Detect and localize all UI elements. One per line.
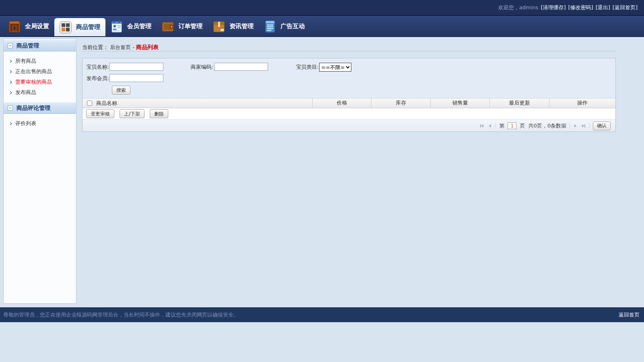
main-content: 当前位置： 后台首页 - 商品列表 宝贝名称: 商家编码: 宝贝类目: ==不限… <box>82 37 616 132</box>
sidebar-section-product-management[interactable]: 商品管理 <box>4 40 76 51</box>
sidebar-section-product-comments[interactable]: 商品评论管理 <box>4 102 76 114</box>
tab-label: 资讯管理 <box>229 23 254 30</box>
breadcrumb-divider <box>82 51 616 51</box>
breadcrumb-prefix: 当前位置： <box>82 44 108 50</box>
column-stock: 库存 <box>371 98 430 108</box>
chevron-right-icon <box>10 60 12 63</box>
welcome-text: 欢迎您，admins <box>498 4 539 11</box>
sidebar-item-publish-product[interactable]: 发布商品 <box>4 87 76 98</box>
chevron-right-icon <box>10 122 12 125</box>
page-title: 商品列表 <box>136 44 159 50</box>
tab-label: 商品管理 <box>76 23 100 31</box>
id-card-icon <box>110 20 124 33</box>
cabinet-icon <box>8 20 21 33</box>
sidebar-item-all-products[interactable]: 所有商品 <box>4 56 76 66</box>
column-operations: 操作 <box>549 98 615 108</box>
breadcrumb: 当前位置： 后台首页 - 商品列表 <box>82 37 616 51</box>
collapse-minus-icon[interactable] <box>8 43 13 48</box>
shelf-toggle-button[interactable]: 上/下架 <box>120 109 144 118</box>
last-page-icon[interactable] <box>581 123 586 128</box>
collapse-minus-icon[interactable] <box>8 105 13 111</box>
sidebar-section-title: 商品管理 <box>17 42 39 49</box>
chevron-right-icon <box>10 91 12 95</box>
footer: 尊敬的管理员，您正在使用企业猫源码网管理后台，当长时间不操作，建议您先关闭网页以… <box>0 307 644 322</box>
search-form: 宝贝名称: 商家编码: 宝贝类目: ==不限== 发布会员: 搜索 <box>83 58 615 98</box>
change-review-button[interactable]: 变更审核 <box>86 109 114 118</box>
product-name-input[interactable] <box>109 63 163 71</box>
category-label: 宝贝类目: <box>295 63 319 72</box>
column-product-name: 商品名称 <box>96 100 312 107</box>
back-home-link[interactable]: [返回首页] <box>613 4 638 11</box>
breadcrumb-home[interactable]: 后台首页 <box>110 44 131 50</box>
table-header: 商品名称 价格 库存 销售量 最后更新 操作 <box>83 98 615 108</box>
main-nav: 全局设置 商品管理 会员管理 <box>0 16 644 37</box>
tab-ad-interaction[interactable]: 广告互动 <box>259 16 310 36</box>
footer-back-home-link[interactable]: 返回首页 <box>619 311 640 319</box>
tab-news-management[interactable]: 资讯管理 <box>208 16 259 36</box>
select-all-cell <box>83 101 96 106</box>
page-suffix: 页 <box>520 122 525 130</box>
sidebar-item-label: 正在出售的商品 <box>15 68 52 75</box>
bulk-actions-row: 变更审核 上/下架 删除 <box>83 108 615 120</box>
select-all-checkbox[interactable] <box>87 101 92 106</box>
notebook-icon <box>263 20 277 33</box>
tab-label: 全局设置 <box>25 23 49 30</box>
sidebar-item-label: 评价列表 <box>15 120 36 127</box>
sidebar-item-pending-review-products[interactable]: 需要审核的商品 <box>4 77 76 87</box>
product-list-panel: 宝贝名称: 商家编码: 宝贝类目: ==不限== 发布会员: 搜索 商品名称 价… <box>82 58 616 132</box>
tab-label: 订单管理 <box>178 23 202 30</box>
tab-order-management[interactable]: 订单管理 <box>157 16 208 36</box>
merchant-code-label: 商家编码: <box>189 63 213 72</box>
logout-link[interactable]: [退出] <box>596 4 610 11</box>
tab-global-settings[interactable]: 全局设置 <box>3 16 54 36</box>
sidebar-item-review-list[interactable]: 评价列表 <box>4 118 76 129</box>
publisher-input[interactable] <box>109 74 163 82</box>
sidebar-item-label: 所有商品 <box>15 58 36 65</box>
package-icon <box>212 20 226 33</box>
footer-notice: 尊敬的管理员，您正在使用企业猫源码网管理后台，当长时间不操作，建议您先关闭网页以… <box>3 311 239 319</box>
sidebar-section-title: 商品评论管理 <box>17 105 50 112</box>
sidebar-item-label: 需要审核的商品 <box>15 78 52 86</box>
grid-icon <box>59 21 72 34</box>
tab-label: 会员管理 <box>127 23 151 30</box>
merchant-code-input[interactable] <box>214 63 268 71</box>
first-page-icon[interactable] <box>479 123 484 128</box>
sidebar-item-label: 发布商品 <box>15 89 36 96</box>
next-page-icon[interactable] <box>573 123 578 128</box>
column-price: 价格 <box>312 98 371 108</box>
confirm-button[interactable]: 确认 <box>593 121 611 130</box>
column-sales: 销售量 <box>430 98 489 108</box>
pagination-bar: 第 页 共0页，0条数据 确认 <box>83 120 615 132</box>
chevron-right-icon <box>10 80 12 84</box>
tab-product-management[interactable]: 商品管理 <box>54 18 105 36</box>
pagination-divider <box>570 123 570 129</box>
publisher-label: 发布会员: <box>85 74 109 83</box>
tab-label: 广告互动 <box>281 23 305 30</box>
chevron-right-icon <box>10 70 12 74</box>
topbar: 欢迎您，admins [清理缓存] [修改密码] [退出] [返回首页] <box>0 0 644 16</box>
category-select[interactable]: ==不限== <box>319 63 351 72</box>
tab-member-management[interactable]: 会员管理 <box>105 16 157 36</box>
search-button[interactable]: 搜索 <box>112 86 130 95</box>
sidebar-items-group: 评价列表 <box>4 114 76 132</box>
change-password-link[interactable]: [修改密码] <box>568 4 593 11</box>
previous-page-icon[interactable] <box>487 123 492 128</box>
clear-cache-link[interactable]: [清理缓存] <box>541 4 566 11</box>
sidebar: 商品管理 所有商品 正在出售的商品 需要审核的商品 发布商品 商品评论管理 评价… <box>3 39 76 304</box>
delete-button[interactable]: 删除 <box>150 109 168 118</box>
breadcrumb-separator: - <box>132 44 134 50</box>
sidebar-item-on-sale-products[interactable]: 正在出售的商品 <box>4 66 76 77</box>
product-name-label: 宝贝名称: <box>85 63 109 72</box>
page-number-input[interactable] <box>508 122 516 129</box>
column-last-updated: 最后更新 <box>489 98 549 108</box>
wallet-icon <box>161 20 175 33</box>
sidebar-items-group: 所有商品 正在出售的商品 需要审核的商品 发布商品 <box>4 51 76 101</box>
page-prefix: 第 <box>499 122 504 130</box>
pagination-divider <box>495 123 496 129</box>
pagination-summary: 共0页，0条数据 <box>528 122 566 130</box>
pagination-divider <box>589 123 590 129</box>
